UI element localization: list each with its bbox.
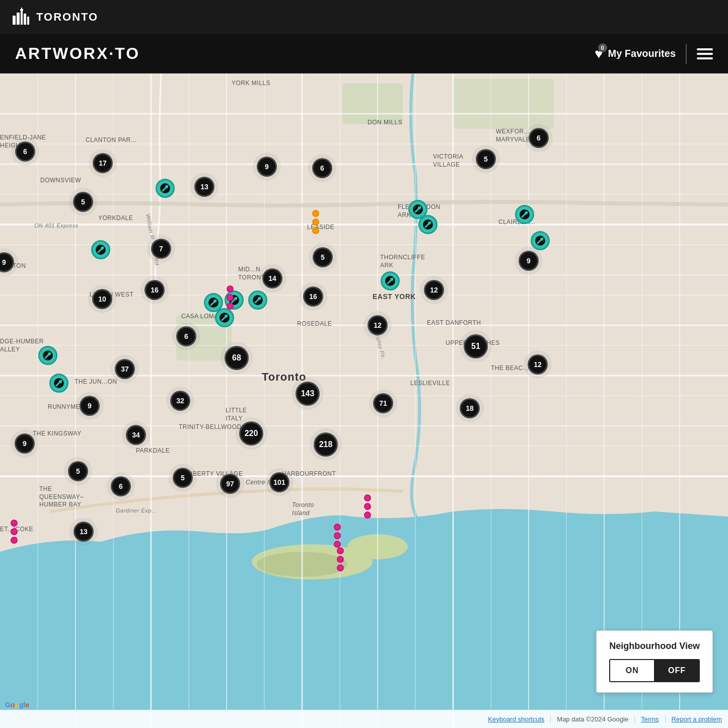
cluster-count: 71 xyxy=(373,393,393,413)
stacked-dot-orange xyxy=(312,227,319,234)
cluster-5-queensway[interactable]: 5 xyxy=(68,461,88,481)
cluster-6-don[interactable]: 6 xyxy=(312,158,332,178)
cluster-5-victoria[interactable]: 5 xyxy=(476,149,496,169)
cluster-101[interactable]: 101 xyxy=(269,472,289,492)
cluster-9-runnymede[interactable]: 9 xyxy=(80,396,100,416)
cluster-32[interactable]: 32 xyxy=(170,391,190,411)
pink-stacked-1[interactable] xyxy=(227,285,234,310)
cluster-18[interactable]: 18 xyxy=(460,398,480,418)
cluster-6-queensway[interactable]: 6 xyxy=(111,476,131,496)
toronto-logo: TORONTO xyxy=(10,7,98,28)
cluster-37[interactable]: 37 xyxy=(115,359,135,379)
art-marker-teal-12[interactable] xyxy=(38,346,57,365)
cluster-220[interactable]: 220 xyxy=(239,421,263,446)
cluster-count: 12 xyxy=(368,315,388,335)
terms-link[interactable]: Terms xyxy=(635,715,665,723)
cluster-34[interactable]: 34 xyxy=(126,425,146,445)
cluster-count: 218 xyxy=(314,432,338,457)
cluster-13[interactable]: 13 xyxy=(194,177,214,197)
neighbourhood-off-button[interactable]: OFF xyxy=(655,660,699,681)
cluster-9-york[interactable]: 9 xyxy=(257,157,277,177)
cluster-17[interactable]: 17 xyxy=(93,153,113,173)
cluster-6-top-left[interactable]: 6 xyxy=(15,141,35,162)
cluster-9-clairlea[interactable]: 9 xyxy=(519,251,539,271)
neighbourhood-on-button[interactable]: ON xyxy=(610,660,654,681)
cluster-12-thorncliffe[interactable]: 12 xyxy=(424,280,444,300)
svg-rect-3 xyxy=(21,11,23,25)
art-marker-teal-11[interactable] xyxy=(381,271,400,290)
art-icon xyxy=(422,219,433,230)
heart-icon-wrap: ♥ 0 xyxy=(595,46,603,62)
art-marker-teal-4[interactable] xyxy=(418,215,438,234)
cluster-count: 5 xyxy=(173,468,193,488)
stacked-dot xyxy=(337,547,344,554)
toronto-logo-text: TORONTO xyxy=(36,11,98,24)
art-marker-teal-5[interactable] xyxy=(515,205,534,224)
favourites-label: My Favourites xyxy=(608,48,676,59)
orange-stacked-1[interactable] xyxy=(312,210,319,234)
favourites-button[interactable]: ♥ 0 My Favourites xyxy=(595,46,676,62)
art-marker-teal-10[interactable] xyxy=(248,290,267,310)
header-right: ♥ 0 My Favourites xyxy=(595,44,713,64)
pink-stacked-3[interactable] xyxy=(364,494,371,519)
cluster-count: 32 xyxy=(170,391,190,411)
cluster-143[interactable]: 143 xyxy=(296,382,320,406)
art-icon xyxy=(208,297,219,308)
map-container[interactable]: Toronto Centre Island TorontoIsland YORK… xyxy=(0,74,728,728)
art-marker-teal-6[interactable] xyxy=(531,231,550,250)
svg-point-83 xyxy=(48,352,51,355)
cluster-71[interactable]: 71 xyxy=(373,393,393,413)
svg-rect-12 xyxy=(342,84,403,124)
cluster-16-clinton[interactable]: 16 xyxy=(144,280,165,300)
cluster-14[interactable]: 14 xyxy=(262,268,282,288)
cluster-12-beach[interactable]: 12 xyxy=(528,354,548,375)
art-marker-teal-2[interactable] xyxy=(91,240,110,259)
cluster-7[interactable]: 7 xyxy=(151,239,171,259)
cluster-5-leaside[interactable]: 5 xyxy=(313,247,333,267)
cluster-6-wexford[interactable]: 6 xyxy=(529,128,549,148)
art-marker-teal-8[interactable] xyxy=(215,308,234,327)
cluster-5-downsview[interactable]: 5 xyxy=(73,192,93,212)
attribution-bar: Keyboard shortcuts Map data ©2024 Google… xyxy=(0,710,728,728)
cluster-count: 13 xyxy=(194,177,214,197)
report-problem-link[interactable]: Report a problem xyxy=(666,715,728,723)
cluster-12-east-york[interactable]: 12 xyxy=(368,315,388,335)
svg-point-74 xyxy=(234,297,237,300)
cluster-218[interactable]: 218 xyxy=(314,432,338,457)
art-icon xyxy=(412,204,423,215)
pink-stacked-5[interactable] xyxy=(337,547,344,571)
stacked-dot xyxy=(227,294,234,301)
svg-point-68 xyxy=(213,300,216,303)
art-marker-teal-1[interactable] xyxy=(156,179,175,198)
svg-rect-7 xyxy=(20,9,23,11)
cluster-count: 16 xyxy=(144,280,165,300)
art-marker-teal-13[interactable] xyxy=(49,374,68,393)
menu-button[interactable] xyxy=(697,48,713,59)
cluster-16-east[interactable]: 16 xyxy=(303,286,323,307)
cluster-5-parkdale[interactable]: 5 xyxy=(173,468,193,488)
cluster-count: 6 xyxy=(312,158,332,178)
cluster-6-casa[interactable]: 6 xyxy=(176,326,196,346)
cluster-9-kingsway[interactable]: 9 xyxy=(15,433,35,454)
menu-line-3 xyxy=(697,57,713,59)
cluster-count: 9 xyxy=(0,252,14,272)
cluster-count: 34 xyxy=(126,425,146,445)
cluster-13-etobicoke[interactable]: 13 xyxy=(74,522,94,542)
cluster-51[interactable]: 51 xyxy=(464,334,488,358)
cluster-10[interactable]: 10 xyxy=(92,289,112,309)
stacked-dot xyxy=(364,503,371,510)
pink-stacked-2[interactable] xyxy=(11,520,18,544)
artworx-logo: ARTWORX·TO xyxy=(15,44,140,63)
cluster-count: 12 xyxy=(528,354,548,375)
cluster-count: 9 xyxy=(257,157,277,177)
keyboard-shortcuts-link[interactable]: Keyboard shortcuts xyxy=(482,715,551,723)
svg-rect-13 xyxy=(453,79,554,129)
cluster-9-west[interactable]: 9 xyxy=(0,252,14,272)
menu-line-1 xyxy=(697,48,713,50)
svg-point-86 xyxy=(59,380,62,383)
cluster-97[interactable]: 97 xyxy=(220,474,240,494)
cluster-count: 13 xyxy=(74,522,94,542)
neighbourhood-toggle-group: ON OFF xyxy=(609,659,700,682)
pink-stacked-4[interactable] xyxy=(334,524,341,548)
cluster-68[interactable]: 68 xyxy=(225,346,249,370)
